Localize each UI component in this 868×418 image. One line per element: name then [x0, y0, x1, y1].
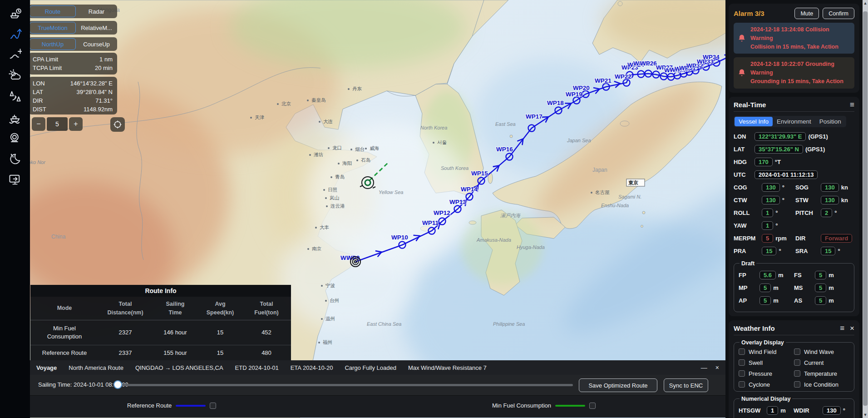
zoom-out-button[interactable]: − [32, 117, 45, 131]
dir-value: Forward [821, 234, 852, 243]
mute-button[interactable]: Mute [794, 8, 819, 19]
route-plan-plus-icon[interactable] [8, 48, 22, 62]
navigation-marks-icon[interactable] [8, 90, 22, 103]
unit-label: m [773, 284, 779, 291]
cpa-limits-panel: CPA Limit1 nm TCPA Limit20 min [28, 53, 117, 75]
scroll-up-arrow[interactable]: ▲ [863, 0, 868, 6]
tab-environment[interactable]: Environment [773, 117, 815, 126]
field-row: HTSGW1mWDIR130° [739, 406, 849, 416]
unit-label: ° [782, 184, 784, 191]
unit-label: ° [779, 248, 781, 254]
alarm-item-collision[interactable]: 2024-12-18 13:24:08 Collision Warning Co… [734, 23, 854, 54]
checkbox[interactable] [739, 381, 745, 388]
scrollbar-thumb[interactable] [863, 11, 868, 406]
field-label: FS [794, 272, 815, 279]
voyage-cargo: Cargo Fully Loaded [345, 364, 396, 371]
field-row: CTW130°STW130kn [734, 195, 854, 205]
table-row[interactable]: Min Fuel Consumption 2327 146 hour 15 45… [30, 320, 291, 345]
unit-label: m [780, 407, 786, 414]
field-label: LAT [734, 146, 755, 153]
field-row: ROLL1°PITCH2° [734, 208, 854, 218]
center-ship-button[interactable] [110, 117, 125, 132]
field-row: MP5mMS5m [739, 283, 849, 293]
display-export-icon[interactable] [8, 173, 22, 186]
min-fuel-legend: Min Fuel Consumption [492, 402, 596, 409]
close-icon[interactable]: × [850, 324, 854, 332]
relativemotion-toggle-button[interactable]: RelativeM... [76, 25, 117, 31]
overlay-option-temperature: Temperature [794, 370, 849, 377]
menu-icon[interactable]: ≡ [850, 101, 854, 109]
alarm-bell-icon [737, 68, 746, 78]
tab-vessel-info[interactable]: Vessel Info [735, 117, 773, 126]
playback-control-bar: Sailing Time: 2024-10-01 08:00:00 Save O… [30, 375, 725, 418]
waypoint-label-wp20: WP20 [573, 85, 590, 91]
checkbox[interactable] [739, 359, 745, 366]
route-monitor-icon[interactable] [8, 27, 22, 41]
time-slider-thumb[interactable] [113, 380, 122, 389]
field-label: AP [739, 297, 760, 304]
city-label: 连云港 [330, 203, 345, 209]
save-optimized-route-button[interactable]: Save Optimized Route [579, 378, 657, 392]
field-label: YAW [734, 222, 762, 229]
northup-toggle-button[interactable]: NorthUp [30, 38, 76, 50]
radar-toggle-button[interactable]: Radar [76, 8, 117, 15]
weather-title: Weather Info [734, 324, 834, 332]
table-row[interactable]: Reference Route 2337 155 hour 15 480 [30, 345, 291, 360]
reference-route-checkbox[interactable] [210, 403, 216, 409]
night-mode-moon-icon[interactable] [8, 152, 22, 166]
map-label: China [51, 234, 66, 240]
menu-icon[interactable]: ≡ [840, 324, 844, 332]
map-label: Japan Sea [567, 138, 591, 143]
map-label: East China Sea [367, 321, 401, 327]
route-toggle-button[interactable]: Route [30, 5, 76, 17]
cpa-limit-value: 1 nm [99, 55, 113, 64]
cell-distance: 2337 [99, 349, 152, 356]
tab-position[interactable]: Position [815, 117, 845, 126]
checkbox[interactable] [794, 359, 800, 366]
close-icon[interactable]: × [715, 364, 719, 371]
right-scrollbar[interactable]: ▲ ▼ [863, 0, 868, 418]
fp-value: 5.6 [760, 271, 776, 279]
alarm-item-grounding[interactable]: 2024-12-18 10:22:07 Grounding Warning Gr… [734, 57, 854, 88]
sync-to-enc-button[interactable]: Sync to ENC [664, 378, 708, 392]
truemotion-toggle-button[interactable]: TrueMotion [30, 22, 76, 34]
unit-label: rpm [775, 235, 787, 242]
time-slider-track[interactable] [117, 384, 573, 386]
waypoint-label-wp22: WP22 [615, 73, 631, 80]
field-label: MP [739, 284, 760, 291]
ship-waves-icon[interactable] [8, 110, 22, 124]
map-label: Amakusa-Nada [476, 237, 511, 243]
checkbox[interactable] [739, 370, 745, 377]
city-dot [307, 248, 309, 250]
checkbox[interactable] [739, 348, 745, 355]
ap-value: 5 [760, 296, 771, 305]
field-label: UTC [734, 171, 755, 178]
fs-value: 5 [815, 271, 826, 279]
crosshair-icon [113, 120, 122, 129]
overlay-display-group: Overlay Display Wind FieldWind WaveSwell… [734, 339, 854, 392]
scroll-down-arrow[interactable]: ▼ [863, 412, 868, 418]
courseup-toggle-button[interactable]: CourseUp [76, 41, 117, 48]
draft-legend: Draft [740, 260, 756, 267]
cursor-position-panel: LON146°14'32.28" E LAT39°28'0.84" N DIR7… [28, 77, 117, 114]
map-label: 瀬戸内海 [500, 213, 521, 218]
unit-label: kn [841, 197, 848, 204]
checkbox-label: Wind Wave [804, 348, 834, 355]
zoom-control: − 5 + [32, 117, 83, 131]
weather-icon[interactable] [8, 69, 22, 82]
unit-label: ° [775, 209, 778, 216]
checkbox[interactable] [794, 370, 800, 377]
voyage-ship-time-icon[interactable] [8, 6, 22, 20]
minimize-icon[interactable]: — [701, 364, 707, 371]
tcpa-limit-label: TCPA Limit [33, 64, 62, 72]
city-label: 南京 [312, 246, 322, 251]
route-info-title: Route Info [30, 285, 291, 297]
min-fuel-checkbox[interactable] [589, 403, 596, 409]
confirm-button[interactable]: Confirm [823, 8, 854, 19]
zoom-in-button[interactable]: + [69, 117, 83, 131]
sog-value: 130 [821, 183, 839, 192]
dome-camera-icon[interactable] [8, 131, 22, 145]
waypoint-label-wp12: WP12 [434, 209, 450, 216]
checkbox[interactable] [794, 381, 800, 388]
checkbox[interactable] [794, 348, 800, 355]
